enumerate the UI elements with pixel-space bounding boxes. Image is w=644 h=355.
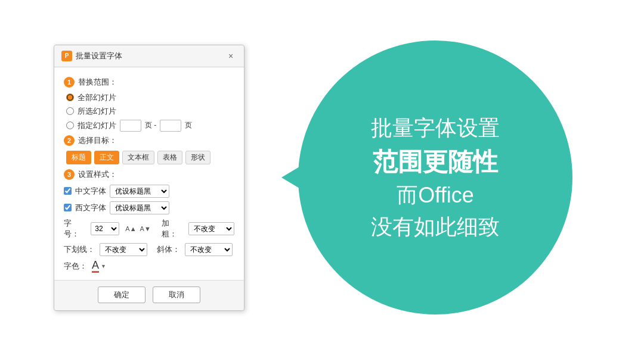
wps-icon: P — [61, 51, 72, 61]
section3-num: 3 — [64, 169, 75, 180]
section1-num: 1 — [64, 77, 75, 88]
tag-textbox[interactable]: 文本框 — [122, 151, 154, 164]
section2-num: 2 — [64, 135, 75, 146]
italic-label: 斜体： — [157, 244, 180, 255]
color-label: 字色： — [64, 261, 87, 272]
radio-specific-slides-label: 指定幻灯片 — [78, 120, 116, 131]
font-size-bold-row: 字号： 32 A▲ A▼ 加粗： 不改变 — [64, 218, 234, 239]
page-sep: 页 - — [145, 120, 156, 130]
section2-header: 2 选择目标： — [64, 135, 234, 146]
bubble-area: 批量字体设置 范围更随性 而Office 没有如此细致 — [280, 23, 590, 332]
page-end: 页 — [185, 120, 192, 130]
western-font-checkbox[interactable] — [64, 204, 72, 211]
dialog-titlebar: P 批量设置字体 × — [54, 45, 244, 67]
tag-body[interactable]: 正文 — [94, 151, 119, 164]
size-increase-btn[interactable]: A▲ — [124, 225, 137, 232]
dialog: P 批量设置字体 × 1 替换范围： 全部幻灯片 所选幻灯片 — [54, 45, 244, 311]
chinese-font-select[interactable]: 优设标题黑 — [110, 185, 169, 198]
page-to-input[interactable] — [160, 120, 181, 132]
color-dropdown-arrow: ▼ — [101, 263, 106, 269]
page-from-input[interactable] — [120, 120, 141, 132]
western-font-row: 西文字体 优设标题黑 — [64, 201, 234, 214]
confirm-button[interactable]: 确定 — [98, 287, 145, 303]
western-font-select[interactable]: 优设标题黑 — [110, 201, 169, 214]
font-size-select[interactable]: 32 — [91, 222, 119, 235]
chinese-font-checkbox[interactable] — [64, 187, 72, 195]
tag-table[interactable]: 表格 — [157, 151, 182, 164]
color-swatch[interactable]: A ▼ — [92, 260, 106, 273]
bubble-line4: 没有如此细致 — [371, 213, 500, 242]
chinese-font-row: 中文字体 优设标题黑 — [64, 185, 234, 198]
section1-header: 1 替换范围： — [64, 77, 234, 88]
bold-label: 加粗： — [162, 218, 184, 239]
size-controls: A▲ A▼ — [124, 225, 151, 232]
close-button[interactable]: × — [225, 50, 237, 62]
tag-title[interactable]: 标题 — [66, 151, 91, 164]
radio-selected-slides[interactable]: 所选幻灯片 — [66, 106, 234, 117]
color-row: 字色： A ▼ — [64, 260, 234, 273]
tag-shape[interactable]: 形状 — [185, 151, 210, 164]
bubble-line3: 而Office — [397, 181, 473, 210]
radio-specific-slides-input[interactable] — [66, 122, 74, 129]
western-font-label: 西文字体 — [75, 203, 106, 213]
style-section: 中文字体 优设标题黑 西文字体 优设标题黑 字号： 32 — [64, 185, 234, 273]
bubble-line2: 范围更随性 — [373, 145, 498, 179]
font-size-label: 字号： — [64, 218, 86, 239]
italic-select[interactable]: 不改变 — [185, 243, 233, 256]
radio-selected-slides-input[interactable] — [66, 107, 74, 115]
bubble-line1: 批量字体设置 — [371, 114, 500, 143]
radio-selected-slides-label: 所选幻灯片 — [78, 106, 116, 117]
speech-bubble: 批量字体设置 范围更随性 而Office 没有如此细致 — [298, 41, 572, 314]
target-tags-row: 标题 正文 文本框 表格 形状 — [66, 151, 234, 164]
section2-label: 选择目标： — [78, 135, 117, 146]
dialog-title-left: P 批量设置字体 — [61, 51, 122, 61]
size-decrease-btn[interactable]: A▼ — [139, 225, 152, 232]
radio-all-slides[interactable]: 全部幻灯片 — [66, 92, 234, 103]
page-container: P 批量设置字体 × 1 替换范围： 全部幻灯片 所选幻灯片 — [0, 0, 644, 355]
radio-specific-slides[interactable]: 指定幻灯片 页 - 页 — [66, 120, 234, 132]
color-a-letter: A — [92, 260, 99, 273]
cancel-button[interactable]: 取消 — [153, 287, 200, 303]
underline-italic-row: 下划线： 不改变 斜体： 不改变 — [64, 243, 234, 256]
dialog-footer: 确定 取消 — [54, 280, 244, 310]
section1-label: 替换范围： — [78, 77, 117, 88]
chinese-font-label: 中文字体 — [75, 186, 106, 197]
radio-all-slides-input[interactable] — [66, 94, 74, 101]
bold-select[interactable]: 不改变 — [188, 222, 234, 235]
underline-select[interactable]: 不改变 — [100, 243, 147, 256]
section3-header: 3 设置样式： — [64, 169, 234, 180]
dialog-title: 批量设置字体 — [76, 51, 122, 61]
radio-group: 全部幻灯片 所选幻灯片 指定幻灯片 页 - 页 — [66, 92, 234, 132]
radio-all-slides-label: 全部幻灯片 — [78, 92, 116, 103]
section3-label: 设置样式： — [78, 169, 117, 180]
dialog-body: 1 替换范围： 全部幻灯片 所选幻灯片 指定幻灯片 页 - — [54, 67, 244, 280]
underline-label: 下划线： — [64, 244, 95, 255]
